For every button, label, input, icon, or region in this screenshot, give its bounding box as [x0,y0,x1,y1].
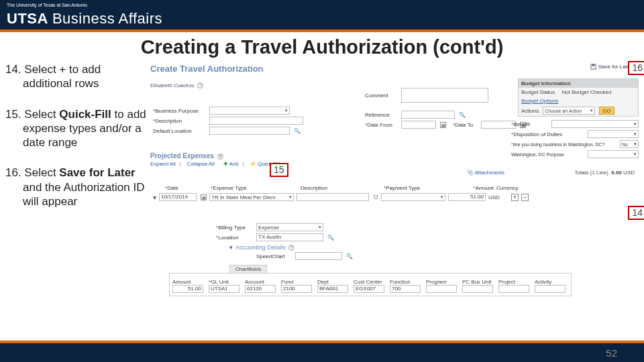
lbl-comment: Comment [365,93,398,99]
cf-amount[interactable]: 51.00 [172,285,203,293]
col-payment-type: Payment Type [384,185,451,191]
user-name: Elisabeth Cuadros? [150,82,203,88]
slide-title: Creating a Travel Authorization (cont'd) [0,36,644,58]
collapse-all-link[interactable]: Collapse All [186,161,215,167]
row-payment-type-select[interactable] [381,193,445,201]
col-currency: Currency [496,185,526,191]
lbl-reference: Reference [365,112,398,118]
lookup-icon[interactable]: 🔍 [459,112,466,118]
col-description: Description [301,185,381,191]
lookup-icon[interactable]: 🔍 [294,128,301,134]
callout-14: 14 [628,206,644,220]
benefit-select[interactable] [551,120,639,128]
cf-pcbu[interactable] [462,285,493,293]
add-row-button[interactable]: + [511,194,519,201]
app-screenshot: Create Travel Authorization Save for Lat… [150,62,639,324]
lbl-disposition: Disposition of Duties [511,131,572,137]
lbl-date-to: Date To [453,122,478,128]
help-icon[interactable]: ? [288,245,294,251]
lbl-date-from: Date From [365,122,398,128]
step-15: 15. Select Quick-Fill to add expense typ… [5,107,146,150]
disposition-select[interactable] [588,130,639,138]
chartfields-tab[interactable]: Chartfields [229,265,267,273]
description-input[interactable] [209,117,303,125]
budget-info-box: Budget Information Budget Status Not Bud… [518,78,639,117]
cf-fund[interactable]: 2100 [281,285,312,293]
actions-select[interactable]: Choose an Action [543,107,595,115]
remove-row-button[interactable]: − [521,194,529,201]
header-bar: The University of Texas at San Antonio U… [0,0,644,32]
expand-all-link[interactable]: Expand All [150,161,176,167]
callout-16: 16 [628,61,644,75]
calendar-icon[interactable]: ▦ [440,122,446,128]
speedchart-input[interactable] [295,252,342,260]
lbl-benefit: Benefit [511,121,535,127]
ut-tagline: The University of Texas at San Antonio [7,3,162,7]
lbl-default-location: Default Location [153,128,207,134]
cf-func[interactable]: 700 [390,285,421,293]
lbl-washington: Are you doing business in Washington, DC… [511,142,612,147]
lbl-speedchart: SpeedChart [256,253,292,259]
go-button[interactable]: GO [599,107,614,115]
col-date: Date [165,185,208,191]
add-link[interactable]: ✚ Add [223,161,239,167]
calendar-icon[interactable]: ▦ [201,194,207,200]
cf-account[interactable]: 62126 [245,285,276,293]
lbl-business-purpose: Business Purpose [153,108,207,114]
default-location-input[interactable] [209,127,290,135]
step-16: 16. Select Save for Later and the Author… [5,166,146,208]
lbl-billing-type: Billing Type [216,225,254,231]
chartfields-table: Amount51.00 GL UnitUTSA1 Account62126 Fu… [172,279,568,293]
location-input[interactable]: TX Austin [256,233,323,241]
col-amount: Amount [453,185,494,191]
lookup-icon[interactable]: 🔍 [327,235,334,241]
steps-panel: 14. Select + to add additional rows 15. … [5,62,146,324]
budget-options-link[interactable]: Budget Options [521,98,558,104]
step-14: 14. Select + to add additional rows [5,62,146,91]
lbl-location: Location [216,235,254,241]
unit-name: Business Affairs [52,10,162,27]
collapse-toggle[interactable]: ▾ [229,244,233,251]
reference-input[interactable] [401,111,455,119]
date-from-input[interactable] [401,121,436,129]
help-icon[interactable]: ? [217,154,223,160]
lbl-description: Description [153,118,207,124]
save-icon [590,64,596,70]
col-expense-type: Expense Type [211,185,298,191]
comment-input[interactable] [401,88,488,103]
cf-glunit[interactable]: UTSA1 [209,285,239,293]
footer-bar: 52 [0,341,644,362]
lookup-icon[interactable]: 🔍 [346,253,353,259]
lookup-icon[interactable]: 🗨 [373,194,378,200]
totals-line: Totals (1 Line) 0.00 USD [575,170,635,176]
budget-header: Budget Information [519,79,638,88]
washington-select[interactable]: No [620,140,639,148]
cf-program[interactable] [426,285,457,293]
utsa-logo-text: UTSA [7,10,48,27]
save-for-later-link[interactable]: Save for Later [590,64,632,70]
svg-rect-1 [592,64,594,66]
row-expense-type-select[interactable]: TR In State Meal Per Diem [209,193,294,201]
page-number: 52 [606,347,617,359]
row-amount-input[interactable]: 51.00 [448,193,486,201]
expense-row: ▾ 10/17/2019▦ TR In State Meal Per Diem … [153,193,635,201]
cf-project[interactable] [498,285,529,293]
business-purpose-select[interactable] [209,107,290,115]
attachments-link[interactable]: 📎Attachments [467,170,504,176]
paperclip-icon: 📎 [467,170,474,176]
billing-type-select[interactable]: Expense [256,223,323,231]
row-date-input[interactable]: 10/17/2019 [159,193,197,201]
projected-header: Projected Expenses ? [150,152,639,160]
expand-row-toggle[interactable]: ▾ [153,194,156,201]
row-currency: USD [488,194,508,200]
cf-activity[interactable] [535,285,566,293]
cf-cc[interactable]: EGX007 [354,285,384,293]
accounting-header: Accounting Details [235,244,286,251]
form-title: Create Travel Authorization [150,62,639,78]
row-description-input[interactable] [297,193,369,201]
help-icon[interactable]: ? [197,82,203,88]
cf-dept[interactable]: BFA001 [317,285,348,293]
callout-15: 15 [270,163,288,177]
